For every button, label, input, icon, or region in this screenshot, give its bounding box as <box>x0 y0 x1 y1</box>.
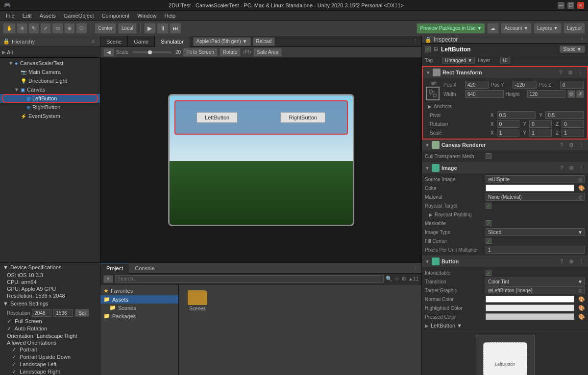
cr-settings[interactable]: ⚙ <box>567 141 575 149</box>
screen-settings-header[interactable]: ▼ Screen Settings <box>0 299 100 308</box>
right-button-game[interactable]: RightButton <box>280 112 325 123</box>
scale-back-button[interactable]: ◀ <box>103 48 114 57</box>
left-button-game[interactable]: LeftButton <box>196 112 238 123</box>
settings-icon[interactable]: ⚙ <box>401 276 406 282</box>
inspector-more-icon[interactable]: ⋮ <box>580 37 585 43</box>
all-label[interactable]: All <box>7 49 13 55</box>
menu-assets[interactable]: Assets <box>36 11 60 21</box>
hierarchy-item-maincamera[interactable]: 📷 Main Camera <box>0 68 100 76</box>
preview-packages-button[interactable]: Preview Packages in Use ▼ <box>416 23 485 34</box>
fill-center-checkbox[interactable] <box>486 238 491 244</box>
normal-color-icon[interactable]: 🎨 <box>578 296 585 303</box>
pivot-x-value[interactable]: 0.5 <box>497 111 536 119</box>
rect-transform-header[interactable]: ▼ Rect Transform ? ⚙ ⋮ <box>423 67 587 78</box>
menu-component[interactable]: Component <box>98 11 133 21</box>
interactable-checkbox[interactable] <box>486 270 491 276</box>
hierarchy-item-eventsystem[interactable]: ⚡ EventSystem <box>0 112 100 120</box>
menu-help[interactable]: Help <box>160 11 179 21</box>
rotate-button[interactable]: Rotate <box>220 48 241 57</box>
btn-more[interactable]: ⋮ <box>577 258 585 265</box>
left-button-row-label[interactable]: LeftButton ▼ <box>431 323 462 328</box>
close-button[interactable]: ✕ <box>577 2 584 9</box>
static-dropdown[interactable]: Static ▼ <box>560 46 585 53</box>
scenes-folder-asset[interactable]: Scenes <box>183 288 212 313</box>
scenes-item[interactable]: 📁 Scenes <box>100 304 178 312</box>
rot-y-value[interactable]: 0 <box>529 120 552 128</box>
rt-refresh-btn[interactable]: ↺ <box>576 90 584 98</box>
pressed-color-icon[interactable]: 🎨 <box>578 314 585 320</box>
target-select-icon[interactable]: ◎ <box>578 288 583 293</box>
hierarchy-menu-icon[interactable]: ≡ <box>89 38 97 46</box>
scene-tab[interactable]: Scene <box>100 36 128 47</box>
highlighted-color-swatch[interactable] <box>486 305 574 311</box>
color-swatch[interactable] <box>486 185 574 191</box>
favorites-item[interactable]: ★ Favorites <box>100 286 178 295</box>
raycast-target-checkbox[interactable] <box>486 203 491 209</box>
hierarchy-item-leftbutton[interactable]: ⊞ LeftButton <box>0 94 100 103</box>
rotate-tool[interactable]: ↻ <box>28 23 39 34</box>
packages-item[interactable]: 📁 Packages <box>100 312 178 320</box>
layout-button[interactable]: Layout <box>564 23 585 34</box>
menu-file[interactable]: File <box>2 11 19 21</box>
step-button[interactable]: ⏭ <box>170 23 181 34</box>
anchor-square[interactable] <box>426 87 440 100</box>
rt-help-icon[interactable]: ? <box>557 69 564 76</box>
active-checkbox[interactable] <box>425 47 431 52</box>
game-tab[interactable]: Game <box>128 36 155 47</box>
hierarchy-item-directionallight[interactable]: 💡 Directional Light <box>0 76 100 85</box>
layer-dropdown[interactable]: UI <box>500 57 510 64</box>
assets-item[interactable]: 📁 Assets <box>100 295 178 304</box>
set-resolution-button[interactable]: Set <box>75 309 89 317</box>
button-header[interactable]: ▼ Button ? ⚙ ⋮ <box>422 256 588 267</box>
pressed-color-swatch[interactable] <box>486 313 574 320</box>
maximize-button[interactable]: ☐ <box>567 2 574 9</box>
project-search[interactable] <box>115 275 384 283</box>
hierarchy-item-canvasscalertest[interactable]: ▼ ● CanvasScalerTest <box>0 59 100 68</box>
account-button[interactable]: Account ▼ <box>501 23 532 34</box>
highlighted-color-icon[interactable]: 🎨 <box>578 305 585 311</box>
menu-gameobject[interactable]: GameObject <box>60 11 98 21</box>
add-button[interactable]: + <box>103 275 113 283</box>
img-help[interactable]: ? <box>558 164 565 172</box>
maskable-checkbox[interactable] <box>486 220 491 226</box>
btn-settings[interactable]: ⚙ <box>567 258 575 265</box>
console-tab[interactable]: Console <box>129 263 160 274</box>
star-filter[interactable]: ☆ <box>394 276 399 282</box>
image-header[interactable]: ▼ Image ? ⚙ ⋮ <box>422 163 588 173</box>
center-button[interactable]: Center <box>95 23 116 34</box>
rt-more-icon[interactable]: ⋮ <box>576 69 584 76</box>
safe-area-button[interactable]: Safe Area <box>253 48 282 57</box>
rt-posx-value[interactable]: 420 <box>465 81 489 89</box>
device-specs-header[interactable]: ▼ Device Specifications <box>0 263 100 272</box>
img-more[interactable]: ⋮ <box>577 164 585 172</box>
custom-tool[interactable]: ⬡ <box>76 23 87 34</box>
simulator-tab[interactable]: Simulator <box>155 36 190 47</box>
color-picker-icon[interactable]: 🎨 <box>578 185 585 191</box>
rp-expand[interactable]: ▶ <box>429 212 433 217</box>
hierarchy-item-canvas[interactable]: ▼ ▣ Canvas <box>0 85 100 94</box>
layers-button[interactable]: Layers ▼ <box>534 23 562 34</box>
rt-height-value[interactable]: 120 <box>527 90 566 98</box>
btn-help[interactable]: ? <box>558 258 565 265</box>
more-icon[interactable]: ⋮ <box>413 38 418 45</box>
menu-edit[interactable]: Edit <box>19 11 36 21</box>
menu-window[interactable]: Window <box>133 11 160 21</box>
img-settings[interactable]: ⚙ <box>567 164 575 172</box>
hand-tool[interactable]: ✋ <box>3 23 16 34</box>
rt-constrain-btn[interactable]: ⛒ <box>567 90 575 98</box>
material-value[interactable]: None (Material) ◎ <box>486 193 585 201</box>
play-button[interactable]: ▶ <box>144 23 156 34</box>
transition-dropdown[interactable]: Color Tint ▼ <box>486 278 585 285</box>
rt-settings-icon[interactable]: ⚙ <box>566 69 574 76</box>
target-graphic-value[interactable]: ⊞LeftButton (Image) ◎ <box>486 286 585 294</box>
rect-tool[interactable]: ▭ <box>52 23 63 34</box>
cull-checkbox[interactable] <box>486 153 491 159</box>
image-type-dropdown[interactable]: Sliced ▼ <box>486 228 585 236</box>
left-button-expand[interactable]: ▶ <box>425 323 429 328</box>
reload-button[interactable]: Reload <box>253 37 275 46</box>
minimize-button[interactable]: — <box>558 2 564 9</box>
anchors-expand[interactable]: ▶ <box>428 104 432 109</box>
local-button[interactable]: Local <box>118 23 137 34</box>
project-tab[interactable]: Project <box>100 263 129 274</box>
device-dropdown[interactable]: Apple iPad (5th gen) ▼ <box>193 37 251 46</box>
